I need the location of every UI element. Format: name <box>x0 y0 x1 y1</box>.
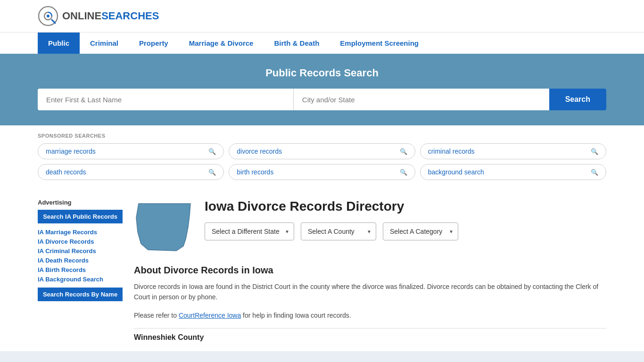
state-dropdown-wrapper: Select a Different State <box>205 222 294 240</box>
search-icon: 🔍 <box>591 169 598 176</box>
nav-employment[interactable]: Employment Screening <box>330 33 429 54</box>
category-dropdown[interactable]: Select A Category <box>383 222 458 240</box>
court-reference-link[interactable]: CourtReference Iowa <box>179 312 241 319</box>
pill-death[interactable]: death records 🔍 <box>38 164 224 180</box>
search-pills: marriage records 🔍 divorce records 🔍 cri… <box>38 143 606 180</box>
sponsored-label: SPONSORED SEARCHES <box>38 133 606 139</box>
pill-background[interactable]: background search 🔍 <box>420 164 606 180</box>
logo: ONLINESEARCHES <box>38 6 159 26</box>
search-icon: 🔍 <box>208 169 216 176</box>
nav-birth-death[interactable]: Birth & Death <box>264 33 330 54</box>
pill-criminal[interactable]: criminal records 🔍 <box>420 143 606 159</box>
sidebar-links: IA Marriage Records IA Divorce Records I… <box>38 228 123 283</box>
sidebar-ad-label: Advertising <box>38 199 123 206</box>
content-wrapper: SPONSORED SEARCHES marriage records 🔍 di… <box>0 125 644 351</box>
main-body: Iowa Divorce Records Directory Select a … <box>134 199 606 342</box>
pill-divorce[interactable]: divorce records 🔍 <box>229 143 415 159</box>
search-icon: 🔍 <box>591 148 598 155</box>
city-input[interactable] <box>293 89 549 110</box>
sidebar-search-ia-button[interactable]: Search IA Public Records <box>38 210 123 223</box>
divider <box>134 328 606 329</box>
search-button[interactable]: Search <box>549 89 606 110</box>
search-icon: 🔍 <box>400 148 407 155</box>
main-nav: Public Criminal Property Marriage & Divo… <box>0 32 644 54</box>
pill-marriage[interactable]: marriage records 🔍 <box>38 143 224 159</box>
about-heading: About Divorce Records in Iowa <box>134 265 606 276</box>
main-content: Advertising Search IA Public Records IA … <box>0 189 644 351</box>
sidebar-link-background[interactable]: IA Background Search <box>38 276 103 283</box>
dropdowns-row: Select a Different State Select A County… <box>205 222 458 240</box>
county-dropdown[interactable]: Select A County <box>301 222 376 240</box>
svg-line-2 <box>52 20 55 23</box>
logo-icon <box>38 6 58 26</box>
search-section-title: Public Records Search <box>38 67 606 79</box>
search-icon: 🔍 <box>208 148 216 155</box>
state-dropdown[interactable]: Select a Different State <box>205 222 294 240</box>
about-text-1: Divorce records in Iowa are found in the… <box>134 281 606 303</box>
svg-point-1 <box>47 15 50 17</box>
name-input[interactable] <box>38 89 293 110</box>
nav-criminal[interactable]: Criminal <box>80 33 129 54</box>
search-bar: Search <box>38 89 606 110</box>
search-icon: 🔍 <box>400 169 407 176</box>
logo-text: ONLINESEARCHES <box>62 10 159 22</box>
header: ONLINESEARCHES <box>0 0 644 32</box>
county-dropdown-wrapper: Select A County <box>301 222 376 240</box>
pill-birth[interactable]: birth records 🔍 <box>229 164 415 180</box>
sidebar: Advertising Search IA Public Records IA … <box>38 199 123 342</box>
nav-public[interactable]: Public <box>38 33 80 54</box>
svg-marker-3 <box>136 204 190 251</box>
sidebar-link-marriage[interactable]: IA Marriage Records <box>38 229 97 236</box>
state-map-area: Iowa Divorce Records Directory Select a … <box>134 199 606 255</box>
page-title: Iowa Divorce Records Directory <box>205 199 458 214</box>
iowa-state-map <box>134 199 195 255</box>
sidebar-search-by-name-button[interactable]: Search Records By Name <box>38 288 123 301</box>
sidebar-link-divorce[interactable]: IA Divorce Records <box>38 238 94 245</box>
nav-marriage-divorce[interactable]: Marriage & Divorce <box>179 33 264 54</box>
nav-property[interactable]: Property <box>129 33 179 54</box>
category-dropdown-wrapper: Select A Category <box>383 222 458 240</box>
sidebar-link-death[interactable]: IA Death Records <box>38 257 89 264</box>
sponsored-section: SPONSORED SEARCHES marriage records 🔍 di… <box>0 125 644 189</box>
county-heading: Winneshiek County <box>134 333 606 342</box>
sidebar-link-birth[interactable]: IA Birth Records <box>38 266 86 273</box>
about-text-2: Please refer to CourtReference Iowa for … <box>134 310 606 321</box>
search-section: Public Records Search Search <box>0 54 644 125</box>
sidebar-link-criminal[interactable]: IA Criminal Records <box>38 247 96 255</box>
